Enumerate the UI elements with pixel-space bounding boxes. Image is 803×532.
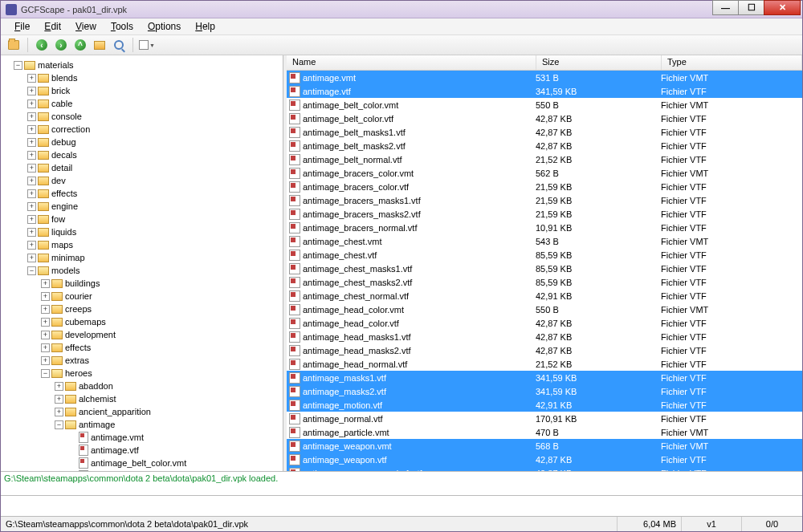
file-row[interactable]: antimage_chest_masks2.vtf85,59 KBFichier…	[287, 275, 802, 289]
menu-file[interactable]: File	[7, 19, 37, 34]
file-row[interactable]: antimage_chest_masks1.vtf85,59 KBFichier…	[287, 262, 802, 275]
minimize-button[interactable]: —	[712, 0, 739, 15]
tree-node[interactable]: +creeps	[1, 303, 283, 315]
file-row[interactable]: antimage_bracers_color.vmt562 BFichier V…	[287, 166, 802, 180]
expander-icon[interactable]: +	[55, 382, 63, 391]
tree-node[interactable]: +ancient_apparition	[1, 405, 283, 418]
nav-back-button[interactable]: ‹	[34, 37, 50, 53]
tree-node[interactable]: +buildings	[1, 277, 283, 290]
tree-node[interactable]: +debug	[1, 136, 283, 148]
menu-tools[interactable]: Tools	[104, 19, 141, 34]
file-row[interactable]: antimage_belt_masks2.vtf42,87 KBFichier …	[287, 139, 802, 152]
expander-icon[interactable]: +	[27, 151, 36, 160]
file-row[interactable]: antimage_masks2.vtf341,59 KBFichier VTF	[287, 384, 802, 398]
expander-icon[interactable]: +	[27, 74, 36, 83]
file-row[interactable]: antimage_masks1.vtf341,59 KBFichier VTF	[287, 371, 802, 384]
tree-node[interactable]: antimage.vmt	[1, 431, 283, 444]
file-row[interactable]: antimage_head_color.vmt550 BFichier VMT	[287, 303, 802, 316]
expander-icon[interactable]: +	[41, 279, 50, 288]
nav-up-button[interactable]: ^	[72, 37, 88, 53]
tree-node[interactable]: +extras	[1, 354, 283, 367]
tree-node[interactable]: +detail	[1, 161, 283, 174]
expander-icon[interactable]: +	[41, 318, 50, 327]
expander-icon[interactable]: +	[27, 125, 36, 134]
tree-node[interactable]: +development	[1, 328, 283, 341]
tree-node[interactable]: +brick	[1, 84, 283, 97]
nav-forward-button[interactable]: ›	[53, 37, 69, 53]
expander-icon[interactable]: +	[27, 189, 36, 198]
expander-icon[interactable]: +	[55, 395, 63, 404]
expander-icon[interactable]: +	[27, 202, 36, 211]
tree-node[interactable]: +decals	[1, 148, 283, 161]
expander-icon[interactable]: −	[27, 266, 36, 275]
maximize-button[interactable]: ☐	[738, 0, 764, 15]
tree-node[interactable]: +effects	[1, 187, 283, 200]
open-button[interactable]	[6, 37, 22, 53]
tree-node[interactable]: antimage.vtf	[1, 444, 283, 457]
file-row[interactable]: antimage_chest.vtf85,59 KBFichier VTF	[287, 248, 802, 262]
file-row[interactable]: antimage_weapon.vtf42,87 KBFichier VTF	[287, 453, 802, 466]
file-row[interactable]: antimage.vmt531 BFichier VMT	[287, 71, 802, 84]
file-row[interactable]: antimage_bracers_masks2.vtf21,59 KBFichi…	[287, 207, 802, 221]
expander-icon[interactable]: +	[41, 356, 50, 365]
expander-icon[interactable]: +	[27, 99, 36, 108]
file-row[interactable]: antimage_head_masks1.vtf42,87 KBFichier …	[287, 330, 802, 343]
list-body[interactable]: antimage.vmt531 BFichier VMTantimage.vtf…	[287, 71, 802, 471]
expander-icon[interactable]: +	[41, 331, 50, 339]
file-row[interactable]: antimage_head_masks2.vtf42,87 KBFichier …	[287, 343, 802, 357]
file-row[interactable]: antimage_particle.vmt470 BFichier VMT	[287, 425, 802, 439]
expander-icon[interactable]: +	[27, 254, 36, 262]
file-row[interactable]: antimage_bracers_color.vtf21,59 KBFichie…	[287, 180, 802, 193]
column-header-type[interactable]: Type	[662, 55, 802, 70]
file-row[interactable]: antimage_belt_color.vtf42,87 KBFichier V…	[287, 112, 802, 125]
folder-button[interactable]	[92, 37, 108, 53]
tree-node[interactable]: +minimap	[1, 251, 283, 264]
column-header-size[interactable]: Size	[536, 55, 662, 70]
file-row[interactable]: antimage_belt_normal.vtf21,52 KBFichier …	[287, 152, 802, 166]
tree-node[interactable]: +abaddon	[1, 380, 283, 392]
tree-node[interactable]: −heroes	[1, 367, 283, 380]
expander-icon[interactable]: +	[27, 164, 36, 173]
expander-icon[interactable]: +	[27, 87, 36, 95]
tree-node[interactable]: +cable	[1, 97, 283, 110]
tree-node[interactable]: +console	[1, 110, 283, 123]
file-row[interactable]: antimage.vtf341,59 KBFichier VTF	[287, 84, 802, 98]
expander-icon[interactable]: +	[41, 343, 50, 352]
view-mode-button[interactable]: ▼	[139, 37, 155, 53]
expander-icon[interactable]: +	[41, 305, 50, 314]
expander-icon[interactable]: −	[55, 420, 63, 429]
file-row[interactable]: antimage_bracers_masks1.vtf21,59 KBFichi…	[287, 193, 802, 207]
tree-node[interactable]: +effects	[1, 341, 283, 354]
expander-icon[interactable]: +	[55, 408, 63, 416]
titlebar[interactable]: GCFScape - pak01_dir.vpk — ☐ ✕	[1, 1, 802, 18]
tree-node[interactable]: +cubemaps	[1, 315, 283, 328]
expander-icon[interactable]: −	[14, 61, 22, 70]
expander-icon[interactable]: −	[41, 369, 50, 378]
expander-icon[interactable]: +	[27, 228, 36, 237]
expander-icon[interactable]: +	[27, 112, 36, 121]
tree-node[interactable]: −materials	[1, 59, 283, 71]
menu-edit[interactable]: Edit	[37, 19, 68, 34]
tree-panel[interactable]: −materials+blends+brick+cable+console+co…	[1, 55, 283, 471]
file-row[interactable]: antimage_chest.vmt543 BFichier VMT	[287, 234, 802, 248]
expander-icon[interactable]: +	[27, 177, 36, 185]
tree-node[interactable]: antimage_belt_color.vmt	[1, 457, 283, 469]
tree-node[interactable]: −antimage	[1, 418, 283, 431]
menu-view[interactable]: View	[68, 19, 104, 34]
tree-node[interactable]: +engine	[1, 200, 283, 213]
file-row[interactable]: antimage_weapon.vmt568 BFichier VMT	[287, 439, 802, 453]
menu-options[interactable]: Options	[141, 19, 188, 34]
tree-node[interactable]: +fow	[1, 213, 283, 225]
file-row[interactable]: antimage_bracers_normal.vtf10,91 KBFichi…	[287, 221, 802, 234]
column-header-name[interactable]: Name	[287, 55, 536, 70]
file-row[interactable]: antimage_chest_normal.vtf42,91 KBFichier…	[287, 289, 802, 303]
menu-help[interactable]: Help	[188, 19, 222, 34]
tree-node[interactable]: +blends	[1, 71, 283, 84]
tree-node[interactable]: +liquids	[1, 225, 283, 238]
file-row[interactable]: antimage_motion.vtf42,91 KBFichier VTF	[287, 398, 802, 412]
expander-icon[interactable]: +	[41, 292, 50, 301]
tree-node[interactable]: −models	[1, 264, 283, 277]
file-row[interactable]: antimage_normal.vtf170,91 KBFichier VTF	[287, 412, 802, 425]
expander-icon[interactable]: +	[27, 215, 36, 224]
close-button[interactable]: ✕	[764, 0, 801, 15]
